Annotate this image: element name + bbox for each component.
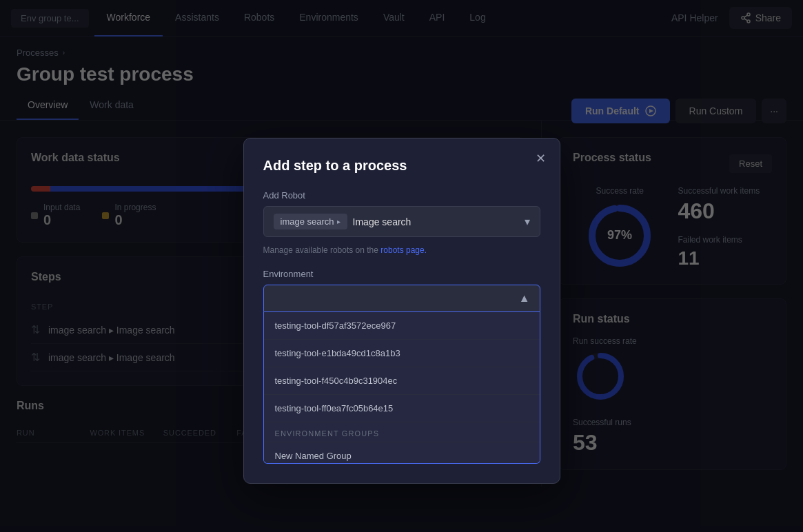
env-item-2[interactable]: testing-tool-f450c4b9c31904ec bbox=[264, 367, 540, 395]
env-item-1[interactable]: testing-tool-e1bda49cd1c8a1b3 bbox=[264, 340, 540, 367]
modal-title: Add step to a process bbox=[263, 158, 540, 174]
robots-page-link[interactable]: robots page. bbox=[380, 245, 427, 255]
modal-env-label: Environment bbox=[263, 269, 540, 279]
env-dropdown-chevron-icon: ▲ bbox=[519, 292, 530, 305]
modal-overlay[interactable]: Add step to a process ✕ Add Robot image … bbox=[0, 0, 803, 532]
env-item-3[interactable]: testing-tool-ff0ea7fc05b64e15 bbox=[264, 395, 540, 422]
env-dropdown-container: ▲ testing-tool-df57af3572ece967 testing-… bbox=[263, 285, 540, 464]
robot-tag: image search ▸ bbox=[274, 214, 347, 229]
modal-add-step: Add step to a process ✕ Add Robot image … bbox=[243, 138, 560, 484]
env-section-header: ENVIRONMENT GROUPS bbox=[264, 422, 540, 442]
env-item-0[interactable]: testing-tool-df57af3572ece967 bbox=[264, 312, 540, 340]
robot-tag-label: image search bbox=[281, 216, 334, 227]
modal-add-robot-label: Add Robot bbox=[263, 190, 540, 201]
env-dropdown-list: testing-tool-df57af3572ece967 testing-to… bbox=[263, 312, 540, 464]
modal-close-button[interactable]: ✕ bbox=[536, 152, 546, 165]
modal-hint: Manage available robots on the robots pa… bbox=[263, 245, 540, 255]
env-input[interactable]: ▲ bbox=[263, 285, 540, 312]
robot-dropdown-arrow-icon: ▾ bbox=[525, 215, 530, 228]
env-new-group-item[interactable]: New Named Group bbox=[264, 442, 540, 464]
robot-tag-arrow-icon: ▸ bbox=[337, 218, 340, 225]
modal-robot-select[interactable]: image search ▸ Image search ▾ bbox=[263, 206, 540, 237]
robot-name: Image search bbox=[353, 216, 525, 227]
